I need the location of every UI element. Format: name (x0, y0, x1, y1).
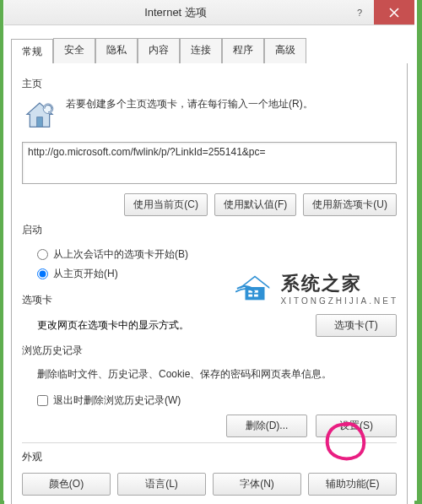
homepage-section-label: 主页 (22, 77, 397, 91)
tab-advanced[interactable]: 高级 (264, 38, 306, 63)
use-newtab-button[interactable]: 使用新选项卡(U) (303, 193, 397, 216)
radio-start-from-home-input[interactable] (37, 268, 48, 279)
radio-start-from-last[interactable]: 从上次会话中的选项卡开始(B) (37, 247, 397, 262)
divider (22, 442, 397, 443)
delete-on-exit-label: 退出时删除浏览历史记录(W) (53, 393, 181, 408)
radio-start-from-last-input[interactable] (37, 249, 48, 260)
tabpanel-general: 主页 若要创建多个主页选项卡，请在每行输入一个地址(R)。 使用当前页(C) 使… (11, 63, 408, 504)
close-button[interactable] (374, 0, 414, 24)
delete-history-button[interactable]: 删除(D)... (226, 415, 307, 437)
radio-start-from-home-label: 从主页开始(H) (53, 267, 118, 281)
tabstrip: 常规 安全 隐私 内容 连接 程序 高级 (11, 38, 408, 64)
history-desc: 删除临时文件、历史记录、Cookie、保存的密码和网页表单信息。 (22, 361, 397, 388)
radio-start-from-home[interactable]: 从主页开始(H) (37, 267, 397, 281)
svg-text:?: ? (357, 8, 362, 18)
window-title: Internet 选项 (4, 0, 347, 24)
history-settings-button[interactable]: 设置(S) (316, 415, 397, 437)
home-icon (22, 98, 57, 133)
radio-start-from-last-label: 从上次会话中的选项卡开始(B) (53, 247, 188, 262)
appearance-section-label: 外观 (22, 450, 397, 464)
tabs-settings-button[interactable]: 选项卡(T) (316, 314, 397, 337)
use-default-button[interactable]: 使用默认值(F) (214, 193, 296, 216)
tab-connections[interactable]: 连接 (180, 38, 222, 63)
titlebar: Internet 选项 ? (4, 0, 414, 25)
tab-privacy[interactable]: 隐私 (95, 38, 138, 63)
use-current-button[interactable]: 使用当前页(C) (124, 193, 208, 216)
help-button[interactable]: ? (347, 0, 374, 24)
startup-section-label: 启动 (22, 223, 397, 237)
colors-button[interactable]: 颜色(O) (22, 473, 111, 496)
tabs-section-label: 选项卡 (22, 293, 397, 307)
tab-general[interactable]: 常规 (11, 39, 53, 64)
homepage-instruction: 若要创建多个主页选项卡，请在每行输入一个地址(R)。 (66, 95, 397, 111)
accessibility-button[interactable]: 辅助功能(E) (308, 473, 397, 496)
tab-security[interactable]: 安全 (53, 38, 95, 63)
fonts-button[interactable]: 字体(N) (213, 473, 301, 496)
tabs-section-desc: 更改网页在选项卡中的显示方式。 (37, 318, 189, 333)
svg-rect-2 (37, 117, 43, 127)
delete-on-exit-checkbox[interactable]: 退出时删除浏览历史记录(W) (37, 393, 397, 408)
history-section-label: 浏览历史记录 (22, 344, 397, 358)
tab-programs[interactable]: 程序 (222, 38, 264, 63)
tab-content[interactable]: 内容 (138, 38, 180, 63)
delete-on-exit-input[interactable] (37, 395, 48, 406)
homepage-url-input[interactable] (22, 142, 397, 184)
languages-button[interactable]: 语言(L) (117, 473, 206, 496)
